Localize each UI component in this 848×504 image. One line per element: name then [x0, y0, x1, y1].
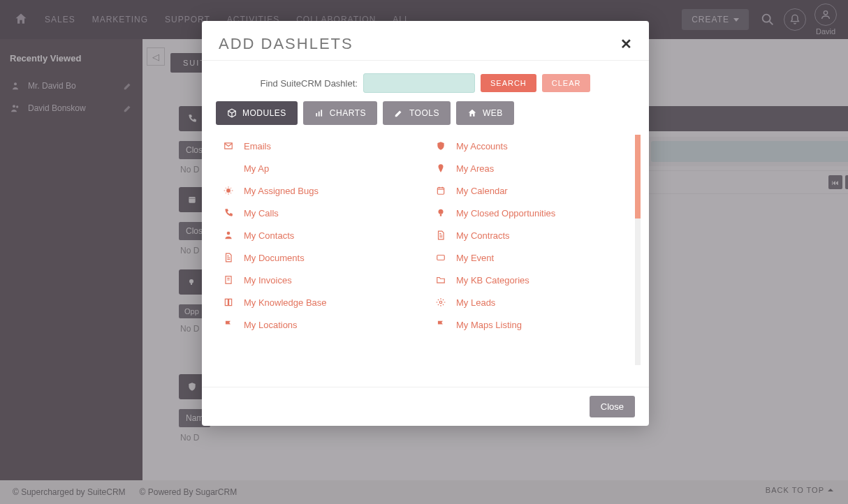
shield-icon — [435, 140, 446, 151]
dashlet-item[interactable]: Emails — [216, 135, 428, 157]
tab-tools[interactable]: TOOLS — [383, 101, 451, 125]
dashlet-item-label: My Accounts — [456, 141, 508, 151]
gear-icon — [435, 297, 446, 308]
phone-icon — [223, 207, 234, 218]
add-dashlets-modal: ADD DASHLETS ✕ Find SuiteCRM Dashlet: SE… — [202, 21, 649, 426]
folder-icon — [435, 274, 446, 286]
scrollbar-track[interactable] — [635, 135, 641, 365]
svg-rect-9 — [316, 113, 317, 117]
tab-label: CHARTS — [330, 108, 366, 118]
dashlet-item[interactable]: My Assigned Bugs — [216, 179, 428, 202]
svg-point-16 — [439, 209, 444, 214]
flag-icon — [223, 319, 234, 330]
svg-point-12 — [226, 188, 231, 193]
dashlet-item-label: My Knowledge Base — [244, 297, 327, 308]
dashlet-item[interactable]: My Calendar — [428, 179, 641, 202]
book-icon — [223, 297, 234, 308]
search-label: Find SuiteCRM Dashlet: — [261, 78, 358, 89]
dashlet-item[interactable]: My Invoices — [216, 269, 428, 291]
home-icon — [467, 108, 477, 118]
dashlet-item[interactable]: My Areas — [428, 157, 641, 179]
tab-label: MODULES — [242, 108, 286, 118]
scrollbar-thumb[interactable] — [635, 135, 641, 218]
dashlet-item-label: My Locations — [244, 320, 298, 330]
dashlet-item-label: My Assigned Bugs — [244, 186, 319, 196]
cube-icon — [227, 108, 237, 118]
dashlet-item-label: My Calendar — [456, 186, 508, 196]
dashlet-item[interactable]: My Accounts — [428, 135, 641, 157]
dashlet-item-label: My Event — [456, 253, 494, 263]
invoice-icon — [223, 274, 234, 286]
tools-icon — [394, 108, 404, 118]
svg-rect-17 — [440, 214, 441, 216]
dashlet-item-label: My Ap — [244, 163, 269, 174]
dashlet-item[interactable]: My Ap — [216, 157, 428, 179]
dashlet-item[interactable]: My Documents — [216, 246, 428, 269]
dashlet-item-label: My Leads — [456, 297, 495, 308]
svg-rect-10 — [319, 112, 320, 117]
person-icon — [223, 230, 234, 241]
dashlet-item[interactable]: My Event — [428, 246, 641, 269]
calendar-icon — [435, 185, 446, 196]
bug-icon — [223, 185, 234, 196]
clear-button[interactable]: CLEAR — [542, 74, 591, 92]
dashlet-item[interactable]: My Maps Listing — [428, 313, 641, 336]
modal-close-icon[interactable]: ✕ — [620, 36, 632, 52]
svg-rect-18 — [437, 255, 445, 260]
dashlet-search-input[interactable] — [363, 73, 475, 93]
search-button[interactable]: SEARCH — [481, 74, 536, 92]
svg-point-19 — [439, 301, 442, 304]
dashlet-item[interactable]: My Contacts — [216, 224, 428, 246]
modal-title: ADD DASHLETS — [219, 35, 353, 53]
dashlet-item-label: My Contracts — [456, 230, 510, 241]
dashlet-item-label: My Areas — [456, 163, 494, 174]
dashlet-item-label: My Documents — [244, 253, 305, 263]
dashlet-item-label: My Closed Opportunities — [456, 208, 555, 218]
dashlet-item-label: My Calls — [244, 208, 279, 218]
pin-icon — [435, 163, 446, 174]
tab-label: WEB — [483, 108, 503, 118]
chart-icon — [314, 108, 324, 118]
flag-icon — [435, 319, 446, 330]
ticket-icon — [435, 252, 446, 263]
dashlet-item[interactable]: My Closed Opportunities — [428, 202, 641, 224]
dashlet-item-label: My KB Categories — [456, 275, 529, 286]
dashlet-item-label: My Invoices — [244, 275, 292, 286]
bulb-icon — [435, 207, 446, 218]
tab-label: TOOLS — [409, 108, 439, 118]
doc-icon — [435, 230, 446, 241]
dashlet-item[interactable]: My Knowledge Base — [216, 291, 428, 313]
close-button[interactable]: Close — [590, 396, 635, 417]
dashlet-item[interactable]: My Calls — [216, 202, 428, 224]
svg-rect-11 — [321, 110, 322, 116]
dashlet-item-label: My Contacts — [244, 230, 294, 241]
doc-icon — [223, 252, 234, 263]
dashlet-item[interactable]: My KB Categories — [428, 269, 641, 291]
dashlet-item-label: Emails — [244, 141, 271, 151]
dashlet-tabs: MODULES CHARTS TOOLS WEB — [202, 101, 649, 125]
dashlet-item[interactable]: My Contracts — [428, 224, 641, 246]
tab-web[interactable]: WEB — [456, 101, 514, 125]
none-icon — [223, 163, 234, 174]
svg-point-13 — [227, 232, 231, 235]
dashlet-item[interactable]: My Locations — [216, 313, 428, 336]
tab-charts[interactable]: CHARTS — [303, 101, 377, 125]
dashlet-item-label: My Maps Listing — [456, 320, 522, 330]
tab-modules[interactable]: MODULES — [216, 101, 298, 125]
dashlet-item[interactable]: My Leads — [428, 291, 641, 313]
mail-icon — [223, 140, 234, 151]
svg-rect-15 — [437, 188, 444, 194]
